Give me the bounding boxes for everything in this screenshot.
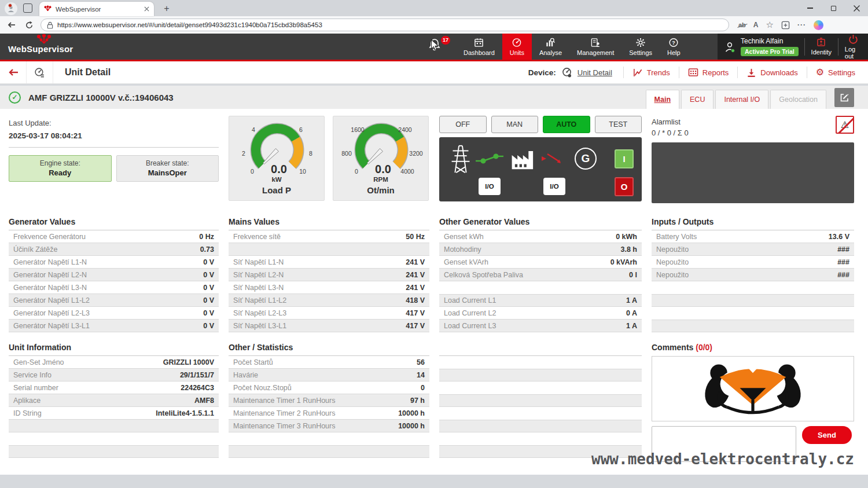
row-value: 29/1/151/7 xyxy=(180,371,214,379)
unit-detail-link[interactable]: Unit Detail xyxy=(578,68,612,77)
logout-button[interactable]: Log out xyxy=(838,34,868,60)
row-value: 224264C3 xyxy=(181,384,214,392)
comments-title: Comments (0/0) xyxy=(652,343,854,352)
browser-profile-icon[interactable] xyxy=(5,2,17,15)
websupervisor-logo[interactable]: WebSupervisor xyxy=(0,34,110,60)
table-row: Load Current L31 A xyxy=(439,320,642,332)
row-value: 0 V xyxy=(203,258,214,266)
profile-notification-dot xyxy=(8,3,12,8)
favorites-star-icon[interactable]: ☆ xyxy=(766,20,774,30)
nav-help[interactable]: ? Help xyxy=(660,34,688,60)
nav-analyse[interactable]: Analyse xyxy=(532,34,569,60)
workspaces-icon[interactable] xyxy=(23,3,32,13)
bear-logo xyxy=(695,359,811,419)
table-row: Generátor Napětí L2-L30 V xyxy=(9,307,219,320)
settings-link[interactable]: ⚙ Settings xyxy=(816,68,855,77)
nav-management[interactable]: Management xyxy=(569,34,621,60)
alarm-mute-icon[interactable]: ⚠ xyxy=(836,116,854,134)
breaker-off-button[interactable]: O xyxy=(615,177,634,196)
tab-ecu[interactable]: ECU xyxy=(681,90,713,109)
row-value: 3.8 h xyxy=(621,245,638,254)
reports-link[interactable]: Reports xyxy=(688,68,729,77)
gauge-tick: 2 xyxy=(242,150,245,157)
tab-label: Internal I/O xyxy=(724,96,760,104)
address-bar[interactable]: https://www.websupervisor.net/#/unit/det… xyxy=(41,19,729,31)
other-generator-values-table: Genset kWh0 kWhMotohodiny3.8 hGenset kVA… xyxy=(439,230,642,332)
browser-tab-strip: WebSupervisor + xyxy=(0,0,868,16)
maximize-button[interactable] xyxy=(822,0,845,16)
test-mode-button[interactable]: TEST xyxy=(595,116,642,133)
table-spacer xyxy=(439,281,642,294)
trends-link[interactable]: Trends xyxy=(632,68,670,78)
mains-io-button[interactable]: I/O xyxy=(479,178,501,195)
divider xyxy=(807,67,807,78)
mains-values-section: Mains Values Frekvence sítě50 HzSíť Napě… xyxy=(229,217,429,332)
device-actions: Device: Unit Detail Trends Reports Downl… xyxy=(528,67,868,78)
row-label: Serial number xyxy=(13,384,58,392)
collections-icon[interactable] xyxy=(781,21,790,30)
breaker-on-button[interactable]: I xyxy=(615,149,634,168)
unit-toolbar: Unit Detail Device: Unit Detail Trends R… xyxy=(0,61,868,84)
downloads-link[interactable]: Downloads xyxy=(746,68,797,78)
translate-icon[interactable]: ab xyxy=(738,21,746,28)
other-statistics-section: Other / Statistics Počet Startů56Havárie… xyxy=(229,343,429,462)
table-row: Síť Napětí L3-L1417 V xyxy=(229,320,429,332)
table-row: ID StringInteliLite4-1.5.1.1 xyxy=(9,407,219,420)
nav-settings[interactable]: Settings xyxy=(621,34,660,60)
close-tab-icon[interactable] xyxy=(144,6,149,12)
row-label: Service Info xyxy=(13,371,52,379)
user-menu[interactable]: Technik Alfain Activate Pro Trial xyxy=(718,34,804,60)
nav-units[interactable]: Units xyxy=(502,34,532,60)
close-icon xyxy=(854,5,860,12)
identity-button[interactable]: Identity xyxy=(805,34,838,60)
pro-trial-badge[interactable]: Activate Pro Trial xyxy=(741,47,799,56)
table-row xyxy=(439,420,642,432)
tab-title: WebSupervisor xyxy=(56,6,140,13)
row-label: Maintenance Timer 3 RunHours xyxy=(233,422,335,430)
table-spacer xyxy=(9,432,219,445)
mains-breaker-closed-icon xyxy=(476,151,503,166)
table-row xyxy=(652,294,854,307)
tab-internal-io[interactable]: Internal I/O xyxy=(715,90,768,109)
send-button[interactable]: Send xyxy=(802,426,852,444)
row-value: 0 A xyxy=(626,309,637,317)
row-label: Load Current L3 xyxy=(444,322,496,330)
unit-title: AMF GRIZZLI 10000V v.č.:19406043 xyxy=(28,93,174,102)
table-row: Generátor Napětí L3-L10 V xyxy=(9,320,219,332)
row-label: Load Current L1 xyxy=(444,296,496,304)
gauge-tick: 1600 xyxy=(351,126,364,133)
url-text: https://www.websupervisor.net/#/unit/det… xyxy=(57,21,322,28)
back-nav-button[interactable] xyxy=(0,61,27,83)
section-title: Mains Values xyxy=(229,217,429,230)
nav-label: Settings xyxy=(629,49,652,56)
table-row: Síť Napětí L3-N241 V xyxy=(229,281,429,294)
browser-tab[interactable]: WebSupervisor xyxy=(39,2,154,16)
row-value: 0 l xyxy=(629,271,637,279)
tab-main[interactable]: Main xyxy=(646,90,679,109)
immersive-reader-icon[interactable]: A xyxy=(753,21,759,29)
copilot-icon[interactable] xyxy=(814,20,823,30)
generator-values-table: Frekvence Generátoru0 HzÚčiník Zátěže0.7… xyxy=(9,230,219,332)
browser-actions: ab A ☆ ··· xyxy=(738,20,823,30)
row-label: Nepoužito xyxy=(656,271,689,279)
tab-geolocation[interactable]: Geolocation xyxy=(770,90,826,109)
row-label: Nepoužito xyxy=(656,258,689,266)
gen-io-button[interactable]: I/O xyxy=(543,178,565,195)
refresh-button[interactable] xyxy=(23,19,35,31)
minimize-button[interactable] xyxy=(799,0,822,16)
new-tab-button[interactable]: + xyxy=(161,3,172,14)
row-value: 10000 h xyxy=(398,409,425,417)
off-mode-button[interactable]: OFF xyxy=(439,116,487,133)
back-button[interactable] xyxy=(6,19,17,31)
table-row: Síť Napětí L1-N241 V xyxy=(229,256,429,269)
nav-label: Analyse xyxy=(539,49,562,56)
gauge-tick: 2400 xyxy=(398,126,411,133)
row-label: Gen-Set Jméno xyxy=(13,358,64,366)
close-window-button[interactable] xyxy=(845,0,868,16)
nav-dashboard[interactable]: Dashboard xyxy=(456,34,502,60)
man-mode-button[interactable]: MAN xyxy=(491,116,539,133)
edit-unit-button[interactable] xyxy=(834,88,854,107)
browser-menu-icon[interactable]: ··· xyxy=(797,21,806,29)
auto-mode-button[interactable]: AUTO xyxy=(543,116,590,133)
section-title: Inputs / Outputs xyxy=(652,217,854,230)
